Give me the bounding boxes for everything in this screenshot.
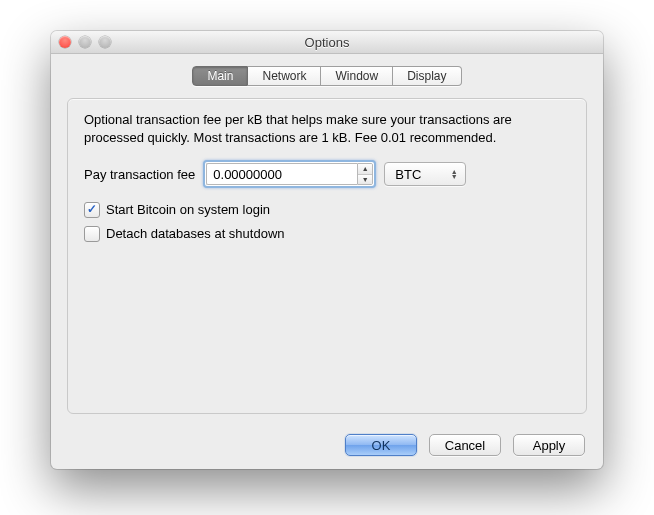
tab-window[interactable]: Window <box>321 66 393 86</box>
fee-spinbox[interactable]: ▲ ▼ <box>203 160 376 188</box>
fee-description: Optional transaction fee per kB that hel… <box>84 111 570 146</box>
tab-network[interactable]: Network <box>248 66 321 86</box>
options-window: Options Main Network Window Display Opti… <box>51 31 603 469</box>
close-icon[interactable] <box>59 36 71 48</box>
main-panel: Optional transaction fee per kB that hel… <box>67 98 587 414</box>
fee-input[interactable] <box>206 163 357 185</box>
cancel-button[interactable]: Cancel <box>429 434 501 456</box>
fee-step-down-icon[interactable]: ▼ <box>358 175 372 185</box>
fee-unit-value: BTC <box>395 167 421 182</box>
ok-button[interactable]: OK <box>345 434 417 456</box>
tab-bar: Main Network Window Display <box>65 66 589 86</box>
window-title: Options <box>51 35 603 50</box>
apply-button[interactable]: Apply <box>513 434 585 456</box>
minimize-icon[interactable] <box>79 36 91 48</box>
zoom-icon[interactable] <box>99 36 111 48</box>
fee-step-up-icon[interactable]: ▲ <box>358 164 372 175</box>
tab-display[interactable]: Display <box>393 66 461 86</box>
start-on-login-checkbox[interactable] <box>84 202 100 218</box>
start-on-login-label: Start Bitcoin on system login <box>106 200 270 220</box>
fee-unit-select[interactable]: BTC ▲▼ <box>384 162 466 186</box>
titlebar[interactable]: Options <box>51 31 603 54</box>
detach-db-label: Detach databases at shutdown <box>106 224 285 244</box>
detach-db-checkbox[interactable] <box>84 226 100 242</box>
chevron-up-down-icon: ▲▼ <box>447 169 461 179</box>
fee-label: Pay transaction fee <box>84 167 195 182</box>
tab-main[interactable]: Main <box>192 66 248 86</box>
